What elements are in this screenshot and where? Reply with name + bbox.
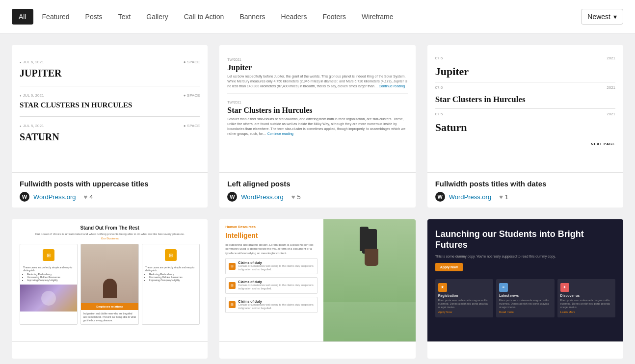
preview2-title-1: Jupiter — [227, 63, 407, 72]
like-count-1: ♥ 4 — [83, 193, 93, 201]
nav-call-to-action[interactable]: Call to Action — [177, 9, 231, 25]
feature-link-disc[interactable]: Learn More — [560, 311, 612, 313]
card-info-1: Fullwidth posts with uppercase titles W … — [12, 173, 208, 208]
feature-desc-news: Eiam porta sem malesuada magna mollis eu… — [499, 299, 551, 309]
nav-footers[interactable]: Footers — [316, 9, 352, 25]
card-source-link-1[interactable]: WordPress.org — [33, 193, 76, 201]
main-nav: All Featured Posts Text Gallery Call to … — [0, 0, 635, 33]
preview-post-title-2: STAR CLUSTERS IN HURCULES — [20, 101, 200, 109]
nav-all[interactable]: All — [12, 9, 33, 25]
preview3-title-3: Saturn — [435, 119, 615, 138]
preview-post-title-3: SATURN — [20, 131, 200, 143]
card-stand-out[interactable]: Stand Out From The Rest Our power of cho… — [12, 219, 208, 359]
preview3-title-2: Star Clusters in Hurcules — [435, 93, 615, 109]
preview2-tag-1: TW/2021 — [227, 58, 407, 61]
preview4-box3-icon: ⊞ — [165, 249, 177, 261]
card-fullwidth-uppercase[interactable]: ● JUL 6, 2021 ● SPACE JUPITER ● JUL 6, 2… — [12, 45, 208, 208]
feature-title-news: Latest news — [499, 294, 551, 297]
preview5-claim-3: ⊞ Claims of duty Certain circumstances w… — [225, 297, 318, 313]
claim-icon-2: ⊞ — [229, 282, 236, 289]
claim-desc-1: Certain circumstances web owing to the c… — [238, 264, 314, 271]
heart-icon-2: ♥ — [291, 193, 295, 201]
card-left-aligned[interactable]: TW/2021 Jupiter Let us bow respectfully … — [219, 45, 415, 208]
card-preview-2: TW/2021 Jupiter Let us bow respectfully … — [219, 45, 415, 173]
registration-icon: ★ — [438, 283, 447, 292]
card-preview-6: Launching our Students into Bright Futur… — [427, 219, 623, 342]
sort-dropdown[interactable]: Newest ▾ — [581, 9, 623, 25]
card-source-link-3[interactable]: WordPress.org — [449, 193, 491, 201]
nav-banners[interactable]: Banners — [233, 9, 272, 25]
news-icon: ≡ — [499, 283, 508, 292]
card-meta-3: W WordPress.org ♥ 1 — [435, 192, 615, 202]
card-fullwidth-dates[interactable]: 07.62021 Jupiter 07.62021 Star Clusters … — [427, 45, 623, 208]
preview3-title-1: Jupiter — [435, 63, 615, 82]
preview6-apply-btn[interactable]: Apply Now — [435, 263, 463, 271]
nav-featured[interactable]: Featured — [35, 9, 77, 25]
discover-icon: ✦ — [560, 283, 569, 292]
card-title-2: Left aligned posts — [227, 180, 407, 188]
nav-posts[interactable]: Posts — [79, 9, 109, 25]
wp-logo-3: W — [435, 192, 445, 202]
preview2-excerpt-1: Let us bow respectfully before Jupiter, … — [227, 74, 407, 88]
claim-title-2: Claims of duty — [238, 280, 314, 284]
card-info-4 — [12, 342, 208, 359]
claim-title-3: Claims of duty — [238, 300, 314, 303]
preview4-link: Our Business — [20, 237, 200, 240]
preview5-section-label: Human Resources — [225, 225, 318, 229]
preview6-feature-discover: ✦ Discover us Eiam porta sem malesuada m… — [557, 279, 615, 317]
nav-headers[interactable]: Headers — [274, 9, 314, 25]
preview6-feature-news: ≡ Latest news Eiam porta sem malesuada m… — [496, 279, 554, 317]
preview6-feature-registration: ★ Registration Eiam porta sem malesuada … — [435, 279, 493, 317]
claim-icon-3: ⊞ — [229, 301, 236, 308]
preview2-title-2: Star Clusters in Hurcules — [227, 106, 407, 115]
card-preview-5: Human Resources Intelligent In publishin… — [219, 219, 415, 342]
card-source-link-2[interactable]: WordPress.org — [241, 193, 283, 201]
claim-desc-2: Certain circumstances web owing to the c… — [238, 284, 314, 290]
preview6-main-title: Launching our Students into Bright Futur… — [435, 229, 615, 250]
card-preview-1: ● JUL 6, 2021 ● SPACE JUPITER ● JUL 6, 2… — [12, 45, 208, 173]
feature-link-news[interactable]: Read more — [499, 311, 551, 313]
card-info-3: Fullwidth posts titles with dates W Word… — [427, 173, 623, 208]
card-grid: ● JUL 6, 2021 ● SPACE JUPITER ● JUL 6, 2… — [0, 33, 635, 364]
nav-gallery[interactable]: Gallery — [139, 9, 175, 25]
preview5-desc: In publishing and graphic design, Lorem … — [225, 243, 318, 255]
preview4-subtext: Our power of choice is untrammeled and w… — [20, 233, 200, 235]
preview4-box-3: ⊞ These cases are perfectly simple and e… — [142, 244, 200, 325]
feature-link-reg[interactable]: Apply Now — [438, 311, 490, 313]
preview4-box-2: Employee relations Indignation and disli… — [80, 244, 138, 325]
card-info-2: Left aligned posts W WordPress.org ♥ 5 — [219, 173, 415, 208]
wp-logo-2: W — [227, 192, 237, 202]
preview3-daterow-2: 07.62021 — [435, 82, 615, 93]
nav-wireframe[interactable]: Wireframe — [355, 9, 400, 25]
preview5-title: Intelligent — [225, 232, 318, 240]
feature-title-reg: Registration — [438, 294, 490, 297]
like-count-3: ♥ 1 — [499, 193, 508, 201]
preview4-box-1: ⊞ These cases are perfectly simple and e… — [20, 244, 78, 325]
card-meta-1: W WordPress.org ♥ 4 — [20, 192, 200, 202]
preview2-tag-2: TW/2021 — [227, 101, 407, 104]
card-launching-students[interactable]: Launching our Students into Bright Futur… — [427, 219, 623, 359]
preview4-box3-list: Reducing Redundancy Uncovering Hidden Re… — [145, 273, 196, 282]
card-hr-intelligent[interactable]: Human Resources Intelligent In publishin… — [219, 219, 415, 359]
nav-text[interactable]: Text — [111, 9, 138, 25]
card-preview-4: Stand Out From The Rest Our power of cho… — [12, 219, 208, 342]
feature-desc-disc: Eiam porta sem malesuada magna mollis eu… — [560, 299, 612, 309]
preview4-boxes: ⊞ These cases are perfectly simple and e… — [20, 244, 200, 325]
claim-icon-1: ⊞ — [229, 263, 236, 270]
preview5-bg-image — [323, 219, 416, 341]
chevron-down-icon: ▾ — [613, 13, 617, 21]
feature-desc-reg: Eiam porta sem malesuada magna mollis eu… — [438, 299, 490, 309]
preview3-daterow-3: 07.52021 — [435, 109, 615, 119]
card-title-1: Fullwidth posts with uppercase titles — [20, 180, 200, 188]
preview5-claim-2: ⊞ Claims of duty Certain circumstances w… — [225, 277, 318, 293]
preview5-claim-1: ⊞ Claims of duty Certain circumstances w… — [225, 258, 318, 274]
sort-label: Newest — [587, 13, 610, 21]
heart-icon-3: ♥ — [499, 193, 503, 201]
preview6-main-desc: This is some dummy copy. You're not real… — [435, 254, 615, 259]
card-info-6 — [427, 342, 623, 355]
preview-post-title-1: JUPITER — [20, 67, 200, 79]
preview5-left: Human Resources Intelligent In publishin… — [219, 219, 323, 341]
preview3-next-page: NEXT PAGE — [435, 142, 615, 146]
heart-icon-1: ♥ — [83, 193, 87, 201]
wp-logo-1: W — [20, 192, 29, 202]
